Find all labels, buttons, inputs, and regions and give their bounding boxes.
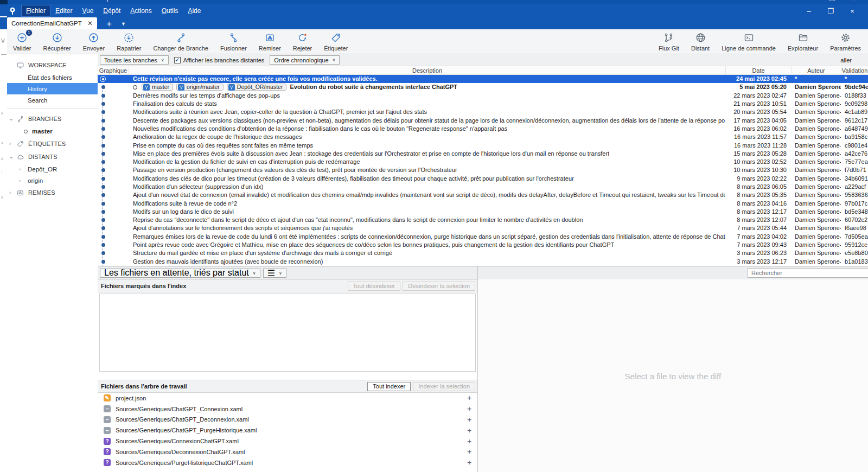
stash-button[interactable]: Remiser [253, 30, 287, 54]
tab-dropdown-icon[interactable]: ▼ [121, 18, 126, 29]
chevron-down-icon[interactable]: ⌄ [9, 154, 14, 160]
pending-files-dropdown[interactable]: Les fichiers en attente, triés par statu… [100, 269, 260, 278]
stage-file-plus-icon[interactable]: ＋ [465, 427, 473, 434]
menu-actions[interactable]: Actions [126, 5, 156, 16]
menu-aide[interactable]: Aide [183, 5, 205, 16]
remote-button[interactable]: Distant [685, 30, 716, 54]
chevron-right-icon[interactable]: › [9, 141, 11, 146]
commit-row[interactable]: Descente des packages aux versions class… [98, 116, 868, 124]
stage-file-plus-icon[interactable]: ＋ [465, 438, 473, 445]
branches-section[interactable]: ⌄ BRANCHES [7, 112, 98, 125]
chevron-right-icon[interactable]: › [9, 190, 11, 195]
column-header-commit[interactable]: Validation [841, 66, 868, 74]
commit-row[interactable]: Reprise du cas "deconnecte" dans le scri… [98, 216, 868, 224]
commit-row[interactable]: Ajout d'annotations sur le fonctionnemen… [98, 224, 868, 232]
commit-row[interactable]: Structure du mail gardée et mise en plac… [98, 249, 868, 257]
push-button[interactable]: Envoyer [77, 30, 111, 54]
chevron-right-icon[interactable]: › [19, 178, 21, 183]
commit-row[interactable]: Point après revue code avec Grégoire et … [98, 241, 868, 249]
checkout-button[interactable]: Changer de Branche [147, 30, 214, 54]
gitflow-button[interactable]: Flux Git [653, 30, 685, 54]
file-row[interactable]: – Sources/Generiques/ChatGPT_PurgeHistor… [98, 425, 477, 436]
chevron-down-icon[interactable]: ⌄ [9, 116, 14, 122]
settings-button[interactable]: Paramètres [824, 30, 867, 54]
file-row[interactable]: ? Sources/Generiques/ConnexionChatGPT.xa… [98, 436, 477, 447]
column-header-date[interactable]: Date [725, 66, 791, 74]
terminal-button[interactable]: Ligne de commande [716, 30, 782, 54]
stashes-section[interactable]: › REMISES [7, 186, 98, 199]
discard-button[interactable]: Rejeter [287, 30, 318, 54]
pull-button[interactable]: Rapatrier [111, 30, 147, 54]
commit-row[interactable]: Prise en compte du cas où des requêtes s… [98, 141, 868, 149]
stage-selection-button[interactable]: Indexer la selection [413, 382, 475, 391]
unstage-all-button[interactable]: Tout désindexer [348, 282, 401, 291]
commit-row[interactable]: Modification de la gestion du fichier de… [98, 158, 868, 166]
sidebar-item-search[interactable]: Search [7, 94, 98, 106]
maximize-button[interactable]: ❐ [827, 7, 834, 15]
commit-row[interactable]: Modifications suite à réunion avec Jean,… [98, 108, 868, 116]
chevron-right-icon[interactable]: › [19, 167, 21, 172]
commit-row[interactable]: Cette révision n'existe pas encore, elle… [98, 75, 868, 83]
stage-all-button[interactable]: Tout indexer [367, 382, 411, 391]
file-row[interactable]: ? Sources/Generiques/DeconnexionChatGPT.… [98, 447, 477, 457]
stage-file-plus-icon[interactable]: ＋ [465, 448, 473, 455]
show-remote-checkbox-row[interactable]: Afficher les branches distantes [174, 57, 265, 63]
new-tab-icon[interactable]: ＋ [105, 18, 113, 29]
column-header-author[interactable]: Auteur [791, 66, 841, 74]
commit-row[interactable]: Finalisation des calculs de stats 21 mar… [98, 100, 868, 108]
commit-row[interactable]: Modifications des clés de dico pour les … [98, 175, 868, 183]
branch-filter-dropdown[interactable]: Toutes les branches∨ [100, 55, 169, 65]
remotes-section[interactable]: ⌄ DISTANTS [7, 150, 98, 163]
order-dropdown[interactable]: Ordre chronologique∨ [270, 55, 340, 65]
commit-row[interactable]: Mise en place des premières évols suite … [98, 150, 868, 158]
close-button[interactable]: × [848, 7, 856, 15]
view-mode-dropdown[interactable]: ☰∨ [263, 269, 286, 278]
menu-outils[interactable]: Outils [157, 5, 183, 16]
commit-row[interactable]: Gestion des mauvais identifiants ajoutée… [98, 258, 868, 266]
file-row[interactable]: ? Sources/Generiques/PurgeHistoriqueChat… [98, 457, 477, 468]
merge-button[interactable]: Fusionner [214, 30, 253, 54]
sidebar-remote-origin[interactable]: › origin [7, 175, 98, 186]
search-input[interactable] [748, 268, 868, 278]
explorer-button[interactable]: Explorateur [782, 30, 824, 54]
commit-button[interactable]: 1 Valider [7, 30, 37, 54]
unstage-selection-button[interactable]: Désindexer la selection [403, 282, 475, 291]
sidebar-branch-master[interactable]: master [7, 125, 98, 137]
tab-close-icon[interactable]: ✕ [87, 20, 93, 27]
repo-tab[interactable]: CorrectionEmailChatGPT ✕ [7, 17, 97, 29]
commit-row[interactable]: Nouvelles modifications des conditions d… [98, 125, 868, 133]
commit-row[interactable]: Modifs sur un log dans le dico de suivi … [98, 208, 868, 216]
column-header-description[interactable]: Description [129, 66, 725, 74]
commit-row[interactable]: Modification d'un sélecteur (suppression… [98, 183, 868, 191]
commit-row[interactable]: Ajout d'un nouvel état de connexion (ema… [98, 191, 868, 199]
minimize-button[interactable]: – [805, 7, 813, 15]
commit-row[interactable]: Amélioration de la regex de coupe de l'h… [98, 133, 868, 141]
commit-row[interactable]: Remarques émises lors de la revue de cod… [98, 233, 868, 241]
commit-row[interactable]: Modifications suite à revue de code n°2 … [98, 199, 868, 207]
checkbox-checked-icon[interactable] [174, 57, 181, 63]
menu-vue[interactable]: Vue [78, 5, 98, 16]
jump-to-commit-label[interactable]: aller [840, 57, 868, 63]
stage-file-plus-icon[interactable]: ＋ [465, 394, 473, 401]
menu-depot[interactable]: Dépôt [99, 5, 125, 16]
commit-row[interactable]: Dernières modifs sur les temps d'afficha… [98, 92, 868, 100]
sidebar-item-history[interactable]: History [7, 83, 98, 94]
fetch-button[interactable]: Récupérer [37, 30, 76, 54]
staged-files-list[interactable] [99, 294, 476, 372]
column-header-graph[interactable]: Graphique [98, 66, 129, 74]
sidebar-item-file-status[interactable]: État des fichiers [7, 72, 98, 83]
tags-section[interactable]: › ÉTIQUETTES [7, 137, 98, 150]
file-row[interactable]: – Sources/Generiques/ChatGPT_Deconnexion… [98, 414, 477, 425]
remote-button-label: Distant [691, 45, 710, 52]
tag-button[interactable]: Étiqueter [318, 30, 354, 54]
stage-file-plus-icon[interactable]: ＋ [465, 416, 473, 423]
sidebar-remote-depot[interactable]: › Depôt_OR [7, 163, 98, 175]
commit-row[interactable]: masterorigin/masterDepôt_OR/masterEvolut… [98, 83, 868, 91]
file-row[interactable]: – Sources/Generiques/ChatGPT_Connexion.x… [98, 404, 477, 414]
stage-file-plus-icon[interactable]: ＋ [465, 459, 473, 466]
file-row[interactable]: ✎ project.json ＋ [98, 393, 477, 404]
menu-fichier[interactable]: Fichier [22, 5, 50, 16]
stage-file-plus-icon[interactable]: ＋ [465, 405, 473, 412]
menu-editer[interactable]: Editer [51, 5, 76, 16]
commit-row[interactable]: Passage en version production (changemen… [98, 166, 868, 174]
